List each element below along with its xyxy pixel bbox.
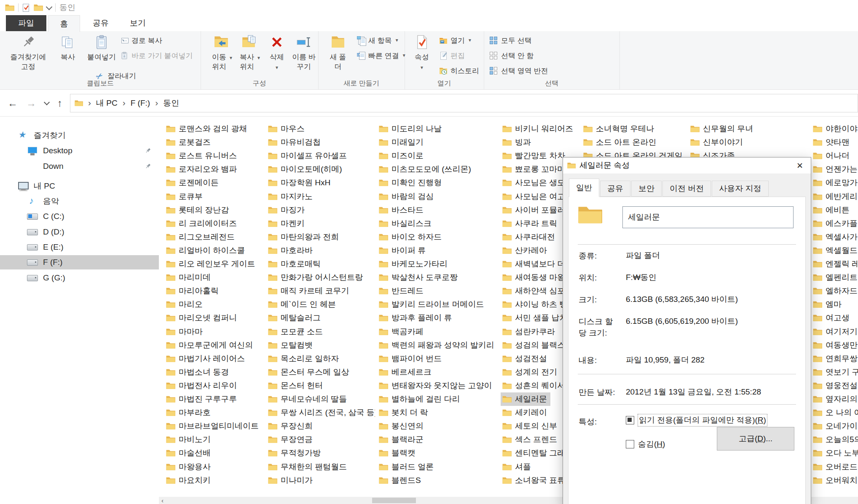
- file-item[interactable]: 무장신희: [266, 419, 375, 432]
- file-item[interactable]: 마모루군에게 여신의: [164, 339, 264, 351]
- open-button[interactable]: 열기 ▼: [439, 34, 472, 47]
- advanced-button[interactable]: 고급(D)...: [717, 427, 794, 451]
- file-item[interactable]: 미래일기: [377, 136, 499, 148]
- file-item[interactable]: 비키니 워리어즈: [501, 122, 579, 135]
- dialog-tab-이전-버전[interactable]: 이전 버전: [662, 181, 711, 197]
- paste-shortcut-button[interactable]: 바로 가기 붙여넣기: [120, 49, 193, 62]
- up-button[interactable]: ↑: [57, 97, 62, 109]
- file-item[interactable]: 오버워치: [811, 474, 858, 486]
- sidebar-item-f-f-[interactable]: F (F:): [0, 255, 159, 269]
- sidebar-item-down[interactable]: Down: [0, 159, 159, 173]
- file-item[interactable]: 블랙라군: [377, 433, 499, 445]
- file-item[interactable]: 베르세르크: [377, 365, 499, 378]
- readonly-checkbox[interactable]: [626, 416, 634, 424]
- new-folder-button[interactable]: 새 폴더: [324, 33, 352, 72]
- file-item[interactable]: 봉신연의: [377, 419, 499, 432]
- file-item[interactable]: 마법진 구루구루: [164, 392, 264, 405]
- hidden-checkbox-label[interactable]: 숨김(H): [638, 439, 665, 450]
- file-item[interactable]: 목소리로 일하자: [266, 352, 375, 365]
- file-item[interactable]: 로젠메이든: [164, 176, 264, 189]
- file-item[interactable]: 무적청가방: [266, 446, 375, 459]
- file-item[interactable]: 엑셀월드: [811, 244, 858, 256]
- file-item[interactable]: 마탄의왕과 전희: [266, 230, 375, 243]
- file-item[interactable]: 마장학원 HxH: [266, 176, 375, 189]
- file-item[interactable]: 오 나의 여신: [811, 406, 858, 419]
- file-item[interactable]: 미츠모도모에 (쓰리몬): [377, 163, 499, 175]
- easy-access-button[interactable]: 빠른 연결 ▼: [357, 49, 406, 62]
- copy-path-button[interactable]: 경로 복사: [120, 34, 162, 47]
- copy-to-button[interactable]: 복사 위치▼: [236, 33, 262, 72]
- chevron-down-icon[interactable]: [46, 3, 53, 10]
- file-item[interactable]: 반드레드: [377, 284, 499, 297]
- file-item[interactable]: 바실리스크: [377, 217, 499, 229]
- edit-button[interactable]: 편집: [439, 49, 465, 62]
- file-item[interactable]: 오늘의5의2: [811, 433, 858, 445]
- sidebar-item-내-pc[interactable]: 내 PC: [0, 179, 159, 193]
- file-item[interactable]: 블러드 얼론: [377, 460, 499, 473]
- file-item[interactable]: 매직 카르테 코무기: [266, 284, 375, 297]
- file-item[interactable]: 언젠가는 대: [811, 163, 858, 175]
- file-item[interactable]: 마켄키: [266, 217, 375, 229]
- file-item[interactable]: 미즈이로: [377, 149, 499, 162]
- forward-button[interactable]: →: [26, 97, 36, 109]
- delete-button[interactable]: 삭제▼: [265, 33, 289, 72]
- sidebar-item-d-d-[interactable]: D (D:): [0, 225, 159, 239]
- sidebar-item-음악[interactable]: 음악: [0, 194, 159, 208]
- file-item[interactable]: 메`이드 인 헤븐: [266, 298, 375, 310]
- file-item[interactable]: 마법기사 레이어스: [164, 352, 264, 365]
- file-item[interactable]: 무채한의 팬텀월드: [266, 460, 375, 473]
- breadcrumb-item[interactable]: F (F:): [131, 99, 150, 107]
- file-item[interactable]: 오다 노부나: [811, 446, 858, 459]
- pin-to-quick-access-button[interactable]: 즐겨찾기에 고정: [3, 33, 53, 72]
- file-item[interactable]: 어나더: [811, 149, 858, 162]
- file-item[interactable]: 얏타맨: [811, 136, 858, 148]
- file-item[interactable]: 신무월의 무녀: [689, 122, 809, 135]
- dialog-tab-사용자-지정[interactable]: 사용자 지정: [712, 181, 768, 197]
- file-item[interactable]: 엘펜리트: [811, 271, 858, 283]
- copy-button[interactable]: 복사: [55, 33, 81, 62]
- new-item-button[interactable]: 새 항목 ▼: [357, 34, 399, 47]
- scroll-left-arrow-icon[interactable]: ‹: [161, 497, 164, 504]
- file-item[interactable]: 마리오넷 컴퍼니: [164, 311, 264, 324]
- file-item[interactable]: 몬스터 무스메 일상: [266, 365, 375, 378]
- scrollbar-thumb[interactable]: [372, 498, 416, 503]
- file-item[interactable]: 바스타드: [377, 203, 499, 216]
- breadcrumb[interactable]: ›내 PC›F (F:)›동인: [70, 94, 858, 112]
- file-item[interactable]: 마이오토메(히메): [266, 163, 375, 175]
- file-item[interactable]: 에반게리온: [811, 190, 858, 203]
- file-item[interactable]: 별하늘에 걸린 다리: [377, 392, 499, 405]
- hidden-checkbox[interactable]: [626, 440, 634, 448]
- chevron-right-icon[interactable]: ›: [123, 98, 126, 107]
- file-item[interactable]: 블렌드S: [377, 474, 499, 486]
- file-item[interactable]: 오버로드: [811, 460, 858, 473]
- recent-locations-chevron-icon[interactable]: [44, 99, 50, 105]
- file-item[interactable]: 마법전사 리우이: [164, 379, 264, 392]
- file-item[interactable]: 여기저기: [811, 325, 858, 338]
- chevron-right-icon[interactable]: ›: [155, 98, 158, 107]
- tab-file[interactable]: 파일: [6, 15, 46, 31]
- file-item[interactable]: 엔젤릭 레이: [811, 257, 858, 270]
- file-item[interactable]: 백련의 패왕과 성약의 발키리: [377, 339, 499, 351]
- file-item[interactable]: 무네모슈네의 딸들: [266, 392, 375, 405]
- file-item[interactable]: 마이셀프 유아셀프: [266, 149, 375, 162]
- file-item[interactable]: 미확인 진행형: [377, 176, 499, 189]
- file-item[interactable]: 마리아홀릭: [164, 284, 264, 297]
- dialog-tab-공유[interactable]: 공유: [600, 181, 630, 197]
- file-item[interactable]: 블랙캣: [377, 446, 499, 459]
- file-item[interactable]: 옆자리의 세: [811, 392, 858, 405]
- file-item[interactable]: 여동생만 있: [811, 339, 858, 351]
- select-all-button[interactable]: 모두 선택: [490, 34, 532, 47]
- file-item[interactable]: 마브라브얼티미네이트: [164, 419, 264, 432]
- file-item[interactable]: 로봇걸즈: [164, 136, 264, 148]
- file-item[interactable]: 리얼바이 하이스쿨: [164, 244, 264, 256]
- file-item[interactable]: 소녀혁명 우테나: [582, 122, 686, 135]
- file-item[interactable]: 바람의 검심: [377, 190, 499, 203]
- folder-name-input[interactable]: 세일러문: [622, 206, 794, 228]
- sidebar-item-e-e-[interactable]: E (E:): [0, 240, 159, 254]
- file-item[interactable]: 리그오브레전드: [164, 230, 264, 243]
- file-item[interactable]: 마요치키: [164, 474, 264, 486]
- file-item[interactable]: 마비노기: [164, 433, 264, 445]
- back-button[interactable]: ←: [8, 97, 18, 109]
- close-icon[interactable]: ✕: [789, 157, 811, 173]
- file-item[interactable]: 마리미데: [164, 271, 264, 283]
